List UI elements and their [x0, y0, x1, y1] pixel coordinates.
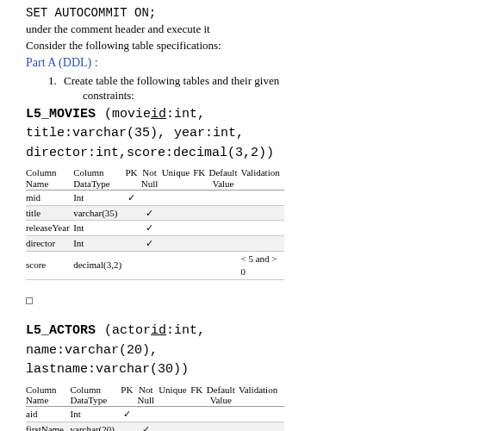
- table-row: midInt✓: [26, 190, 284, 205]
- th: Column: [71, 384, 101, 395]
- cell: [190, 406, 207, 422]
- step-1-number: 1.: [48, 73, 64, 89]
- cell: ✓: [141, 221, 162, 236]
- sig-line: name:varchar(20),: [26, 341, 478, 361]
- checkbox-icon: [26, 297, 33, 304]
- cell: aid: [26, 406, 71, 422]
- sql-autocommit: SET AUTOCOMMIT ON;: [26, 5, 478, 22]
- cell: score: [26, 252, 73, 280]
- th: Null: [141, 178, 159, 189]
- table-row: firstNamevarchar(20)✓: [26, 422, 284, 431]
- table-row: directorInt✓: [26, 236, 284, 252]
- part-a-header: Part A (DDL) :: [26, 55, 478, 72]
- th: FK: [193, 167, 205, 178]
- step-1-cont: constraints:: [48, 88, 478, 103]
- cell: [207, 422, 239, 431]
- cell: Int: [73, 190, 125, 205]
- th: Value: [210, 395, 232, 405]
- th: Column: [26, 167, 56, 178]
- actors-table: ColumnName ColumnDataType PK NotNull Uni…: [26, 384, 284, 431]
- table-row: scoredecimal(3,2)< 5 and > 0: [26, 252, 284, 280]
- cell: [162, 221, 194, 236]
- cell: [137, 406, 159, 422]
- cell: firstName: [26, 422, 71, 431]
- th: Column: [73, 167, 103, 178]
- step-1: 1. Create table the following tables and…: [48, 73, 478, 103]
- th: Unique: [162, 167, 190, 178]
- cell: [208, 236, 240, 252]
- cell: [208, 252, 240, 280]
- sig-text: (movie: [96, 107, 151, 122]
- cell: [125, 205, 140, 221]
- cell: [190, 422, 207, 431]
- intro-line-2: Consider the following table specificati…: [26, 38, 478, 53]
- cell: [141, 252, 162, 280]
- sig-text: :int,: [166, 107, 205, 122]
- cell: [241, 190, 284, 205]
- actors-pk-underline: id: [151, 323, 166, 338]
- cell: [162, 236, 194, 252]
- th: DataType: [71, 395, 108, 405]
- cell: [208, 205, 240, 221]
- sig-text: :int,: [166, 323, 205, 338]
- cell: [193, 236, 208, 252]
- cell: Int: [71, 406, 121, 422]
- cell: [125, 221, 140, 236]
- movies-pk-underline: id: [151, 107, 166, 122]
- cell: [141, 190, 162, 205]
- cell: varchar(20): [71, 422, 121, 431]
- table-header-row: ColumnName ColumnDataType PK NotNull Uni…: [26, 384, 284, 407]
- th: Not: [139, 384, 153, 395]
- cell: [121, 422, 137, 431]
- sig-line: director:int,score:decimal(3,2)): [26, 144, 478, 164]
- cell: [193, 205, 208, 221]
- th: Name: [26, 395, 48, 405]
- th: Default: [207, 384, 235, 395]
- cell: Int: [73, 236, 125, 252]
- cell: [162, 190, 194, 205]
- th: Not: [142, 167, 157, 178]
- cell: [239, 406, 284, 422]
- table-row: titlevarchar(35)✓: [26, 205, 284, 221]
- cell: mid: [26, 190, 73, 205]
- cell: [125, 252, 140, 280]
- movies-table: ColumnName ColumnDataType PK NotNull Uni…: [26, 166, 284, 279]
- cell: varchar(35): [73, 205, 125, 221]
- cell: [162, 205, 194, 221]
- cell: [241, 236, 284, 252]
- cell: ✓: [121, 406, 137, 422]
- cell: decimal(3,2): [73, 252, 125, 280]
- intro-block: under the comment header and execute it …: [26, 22, 478, 53]
- cell: [241, 221, 284, 236]
- th: Name: [26, 178, 48, 189]
- sig-line: title:varchar(35), year:int,: [26, 124, 478, 144]
- cell: < 5 and > 0: [241, 252, 284, 280]
- cell: [193, 252, 208, 280]
- cell: ✓: [137, 422, 159, 431]
- th: Column: [26, 384, 56, 395]
- cell: [239, 422, 284, 431]
- actors-signature: L5_ACTORS (actorid:int, name:varchar(20)…: [26, 322, 478, 380]
- cell: Int: [73, 221, 125, 236]
- th: Validation: [239, 384, 277, 395]
- cell: [193, 221, 208, 236]
- sig-line: lastname:varchar(30)): [26, 360, 478, 380]
- cell: [159, 422, 190, 431]
- th: DataType: [73, 178, 110, 189]
- cell: [159, 406, 190, 422]
- th: Validation: [241, 167, 280, 178]
- cell: [241, 205, 284, 221]
- actors-table-name: L5_ACTORS: [26, 323, 96, 338]
- th: FK: [190, 384, 202, 395]
- th: PK: [125, 167, 137, 178]
- movies-table-name: L5_MOVIES: [26, 107, 96, 122]
- cell: [125, 236, 140, 252]
- th: Unique: [159, 384, 186, 395]
- cell: title: [26, 205, 73, 221]
- cell: [208, 190, 240, 205]
- intro-line-1: under the comment header and execute it: [26, 22, 478, 37]
- table-row: releaseYearInt✓: [26, 221, 284, 236]
- table-row: aidInt✓: [26, 406, 284, 422]
- th: PK: [121, 384, 133, 395]
- sig-text: (actor: [96, 323, 151, 338]
